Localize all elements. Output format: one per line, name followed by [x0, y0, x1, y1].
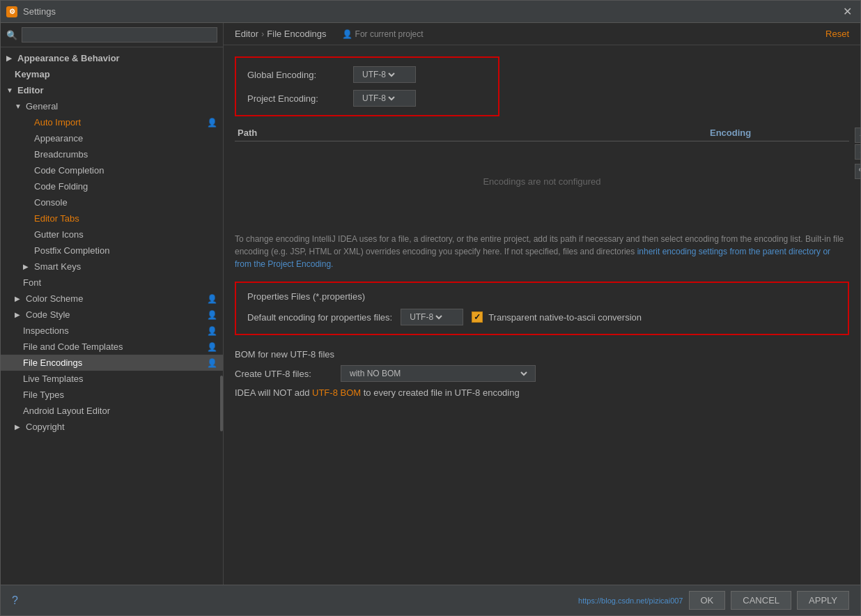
idea-note-prefix: IDEA will NOT add: [235, 387, 312, 398]
sidebar-item-label: Color Scheme: [26, 293, 83, 304]
idea-note-highlight: UTF-8 BOM: [312, 387, 361, 398]
cancel-button[interactable]: CANCEL: [731, 591, 791, 610]
person-icon: 👤: [207, 358, 217, 368]
sidebar-item-smart-keys[interactable]: ▶ Smart Keys: [1, 259, 223, 275]
sidebar-item-appearance-behavior[interactable]: ▶ Appearance & Behavior: [1, 50, 223, 66]
bottom-bar: ? https://blog.csdn.net/pizicai007 OK CA…: [1, 585, 860, 615]
create-utf8-label: Create UTF-8 files:: [235, 369, 332, 379]
sidebar-item-breadcrumbs[interactable]: Breadcrumbs: [1, 146, 223, 162]
expand-arrow: ▶: [6, 54, 15, 62]
project-encoding-row: Project Encoding: UTF-8: [247, 90, 487, 107]
remove-encoding-button[interactable]: −: [855, 144, 860, 160]
sidebar-item-label: Code Folding: [34, 181, 88, 192]
sidebar-item-label: Android Layout Editor: [23, 406, 110, 416]
bom-section: BOM for new UTF-8 files Create UTF-8 fil…: [235, 349, 849, 398]
idea-note: IDEA will NOT add UTF-8 BOM to every cre…: [235, 387, 849, 398]
expand-arrow: ▶: [15, 311, 23, 318]
breadcrumb: Editor › File Encodings: [235, 29, 327, 39]
main-header: Editor › File Encodings 👤 For current pr…: [224, 23, 860, 45]
table-actions: + − ✎: [855, 128, 860, 179]
sidebar-item-color-scheme[interactable]: ▶ Color Scheme 👤: [1, 291, 223, 307]
bom-select[interactable]: with NO BOM: [341, 365, 536, 382]
sidebar-item-label: Editor: [17, 85, 44, 95]
expand-arrow: [23, 199, 31, 206]
table-header: Path Encoding: [235, 128, 849, 141]
sidebar-item-inspections[interactable]: Inspections 👤: [1, 323, 223, 339]
global-encoding-select[interactable]: UTF-8: [353, 66, 416, 83]
properties-box: Properties Files (*.properties) Default …: [235, 282, 849, 335]
edit-encoding-button[interactable]: ✎: [855, 164, 860, 179]
breadcrumb-separator: ›: [261, 29, 264, 39]
sidebar-tree: ▶ Appearance & Behavior Keymap ▼ Editor …: [1, 47, 223, 585]
reset-button[interactable]: Reset: [825, 29, 849, 39]
info-link: inherit encoding settings from the paren…: [235, 247, 830, 269]
sidebar-item-copyright[interactable]: ▶ Copyright: [1, 419, 223, 435]
close-button[interactable]: ✕: [840, 5, 855, 18]
project-encoding-dropdown[interactable]: UTF-8: [359, 93, 397, 104]
sidebar-item-code-style[interactable]: ▶ Code Style 👤: [1, 307, 223, 323]
search-icon: 🔍: [6, 30, 17, 40]
sidebar-item-file-code-templates[interactable]: File and Code Templates 👤: [1, 339, 223, 355]
person-icon: 👤: [207, 118, 217, 128]
bom-dropdown[interactable]: with NO BOM: [347, 368, 529, 379]
sidebar-item-auto-import[interactable]: Auto Import 👤: [1, 114, 223, 130]
sidebar-item-label: Keymap: [15, 69, 50, 79]
for-project-info: 👤 For current project: [342, 29, 424, 39]
sidebar-item-label: Gutter Icons: [34, 229, 84, 240]
properties-encoding-dropdown[interactable]: UTF-8: [407, 311, 444, 323]
checkbox-label: Transparent native-to-ascii conversion: [488, 312, 642, 323]
help-icon[interactable]: ?: [12, 594, 18, 607]
add-encoding-button[interactable]: +: [855, 128, 860, 143]
settings-window: ⚙ Settings ✕ 🔍 ▶ Appearance & Behavior K…: [0, 0, 861, 616]
sidebar-item-label: General: [26, 101, 58, 111]
scrollbar-indicator: [220, 376, 223, 431]
encoding-box: Global Encoding: UTF-8 Project Encoding:…: [235, 56, 499, 116]
expand-arrow: [23, 134, 31, 142]
sidebar-item-general[interactable]: ▼ General: [1, 98, 223, 114]
sidebar-item-label: Appearance & Behavior: [17, 53, 120, 63]
expand-arrow: [23, 151, 31, 158]
properties-row: Default encoding for properties files: U…: [247, 309, 837, 325]
expand-arrow: ▶: [23, 263, 31, 270]
search-input[interactable]: [22, 27, 217, 43]
expand-arrow: [23, 215, 31, 222]
sidebar-item-label: Postfix Completion: [34, 245, 109, 256]
sidebar-item-code-folding[interactable]: Code Folding: [1, 178, 223, 194]
sidebar-item-console[interactable]: Console: [1, 194, 223, 210]
sidebar-item-editor[interactable]: ▼ Editor: [1, 82, 223, 98]
sidebar-item-file-types[interactable]: File Types: [1, 387, 223, 403]
sidebar-item-file-encodings[interactable]: File Encodings 👤: [1, 355, 223, 371]
sidebar-item-label: Appearance: [34, 133, 83, 144]
person-icon: 👤: [342, 29, 352, 39]
sidebar-item-gutter-icons[interactable]: Gutter Icons: [1, 226, 223, 242]
global-encoding-row: Global Encoding: UTF-8: [247, 66, 487, 83]
expand-arrow: [23, 118, 31, 126]
sidebar-item-label: File Encodings: [23, 357, 82, 368]
for-project-label: For current project: [355, 29, 424, 39]
properties-encoding-select[interactable]: UTF-8: [401, 309, 463, 325]
sidebar-item-keymap[interactable]: Keymap: [1, 66, 223, 82]
global-encoding-dropdown[interactable]: UTF-8: [359, 69, 397, 80]
apply-button[interactable]: APPLY: [797, 591, 849, 610]
project-encoding-select[interactable]: UTF-8: [353, 90, 416, 107]
table-section: + − ✎ Path Encoding Encodings are not co…: [235, 128, 849, 222]
expand-arrow: ▶: [15, 295, 23, 302]
sidebar-item-code-completion[interactable]: Code Completion: [1, 162, 223, 178]
sidebar-item-label: Code Completion: [34, 165, 104, 176]
sidebar-item-appearance[interactable]: Appearance: [1, 130, 223, 146]
sidebar-item-editor-tabs[interactable]: Editor Tabs: [1, 210, 223, 226]
sidebar-item-android-layout-editor[interactable]: Android Layout Editor: [1, 403, 223, 419]
title-bar: ⚙ Settings ✕: [1, 1, 860, 23]
sidebar: 🔍 ▶ Appearance & Behavior Keymap ▼ Edito…: [1, 23, 224, 585]
ok-button[interactable]: OK: [689, 591, 726, 610]
expand-arrow: [23, 183, 31, 190]
sidebar-item-postfix-completion[interactable]: Postfix Completion: [1, 242, 223, 259]
sidebar-item-label: File and Code Templates: [23, 341, 123, 352]
expand-arrow: ▼: [15, 102, 23, 110]
sidebar-item-font[interactable]: Font: [1, 275, 223, 291]
native-ascii-checkbox[interactable]: [472, 311, 483, 323]
expand-arrow: ▶: [15, 423, 23, 431]
table-empty-message: Encodings are not configured: [235, 141, 849, 222]
properties-title: Properties Files (*.properties): [247, 291, 837, 302]
sidebar-item-live-templates[interactable]: Live Templates: [1, 371, 223, 387]
